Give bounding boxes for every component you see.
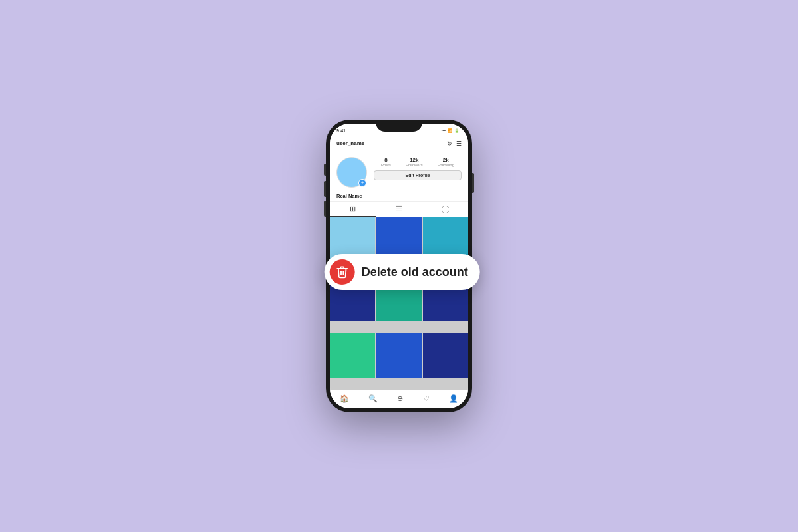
stats-row: 8 Posts 12k Followers 2k Following — [374, 157, 462, 167]
nav-search-icon[interactable]: 🔍 — [368, 394, 378, 403]
photo-cell-8[interactable] — [376, 333, 422, 378]
photo-cell-9[interactable] — [423, 333, 468, 378]
content-tabs: ⊞ ☰ ⛶ — [330, 201, 468, 217]
scene: 9:41 ▪▪▪ 📶 🔋 user_name ↻ ☰ + — [326, 120, 472, 412]
tab-list[interactable]: ☰ — [376, 202, 422, 217]
stat-followers: 12k Followers — [406, 157, 423, 167]
profile-username: user_name — [336, 140, 364, 146]
signal-icon: ▪▪▪ — [442, 128, 446, 132]
nav-add-icon[interactable]: ⊕ — [397, 394, 403, 403]
phone-button-vol-down — [324, 201, 326, 217]
delete-tooltip[interactable]: Delete old account — [325, 254, 480, 290]
menu-icon: ☰ — [456, 140, 462, 147]
battery-icon: 🔋 — [454, 128, 459, 133]
stat-following: 2k Following — [438, 157, 454, 167]
edit-profile-button[interactable]: Edit Profile — [374, 170, 462, 180]
avatar-add-icon[interactable]: + — [358, 179, 366, 187]
tab-tagged[interactable]: ⛶ — [422, 202, 468, 217]
stat-following-label: Following — [438, 163, 454, 167]
stats-area: 8 Posts 12k Followers 2k Following Edit … — [374, 157, 462, 180]
stat-followers-number: 12k — [410, 157, 418, 163]
phone-notch — [376, 120, 422, 132]
wifi-icon: 📶 — [448, 128, 452, 133]
phone-button-power — [472, 173, 474, 193]
profile-info: + 8 Posts 12k Followers 2k — [330, 150, 468, 192]
phone-button-vol-up — [324, 181, 326, 197]
status-time: 9:41 — [336, 128, 346, 133]
nav-home-icon[interactable]: 🏠 — [340, 394, 349, 403]
refresh-icon: ↻ — [447, 140, 452, 147]
stat-posts-number: 8 — [384, 157, 387, 163]
stat-posts: 8 Posts — [381, 157, 391, 167]
bottom-nav: 🏠 🔍 ⊕ ♡ 👤 — [330, 390, 468, 408]
avatar-wrap: + — [336, 157, 367, 188]
nav-profile-icon[interactable]: 👤 — [449, 394, 458, 403]
tab-grid[interactable]: ⊞ — [330, 202, 376, 217]
delete-label: Delete old account — [362, 265, 468, 279]
header-icons: ↻ ☰ — [447, 140, 462, 147]
photo-cell-7[interactable] — [330, 333, 375, 378]
stat-following-number: 2k — [443, 157, 449, 163]
nav-heart-icon[interactable]: ♡ — [423, 394, 430, 403]
real-name: Real Name — [330, 192, 468, 201]
trash-icon — [336, 265, 349, 279]
trash-icon-circle — [330, 259, 355, 285]
photo-grid — [330, 217, 468, 390]
stat-followers-label: Followers — [406, 163, 423, 167]
stat-posts-label: Posts — [381, 163, 391, 167]
phone-button-silent — [324, 164, 326, 176]
profile-header-bar: user_name ↻ ☰ — [330, 137, 468, 150]
status-icons: ▪▪▪ 📶 🔋 — [442, 128, 459, 133]
